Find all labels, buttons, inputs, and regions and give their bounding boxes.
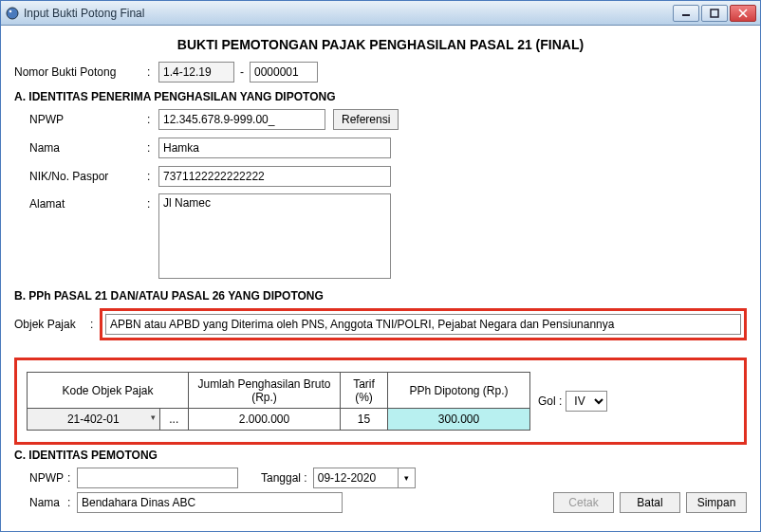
svg-rect-3 xyxy=(711,9,718,17)
col-bruto: Jumlah Penghasilan Bruto (Rp.) xyxy=(189,373,341,409)
pemotong-npwp-label: NPWP xyxy=(14,471,67,485)
pemotong-nama-label: Nama xyxy=(14,496,67,509)
alamat-label: Alamat xyxy=(14,193,147,211)
table-header-row: Kode Objek Pajak Jumlah Penghasilan Brut… xyxy=(28,373,530,409)
npwp-row: NPWP : Referensi xyxy=(14,108,747,131)
lookup-button[interactable]: ... xyxy=(159,409,188,431)
objek-input[interactable] xyxy=(105,314,741,335)
chevron-down-icon[interactable]: ▾ xyxy=(399,468,416,488)
objek-row: Objek Pajak : xyxy=(14,308,747,340)
colon: : xyxy=(147,65,158,79)
table-row: 21-402-01 ▾ ... 2.000.000 15 300.000 xyxy=(28,409,530,431)
nik-input[interactable] xyxy=(158,166,391,187)
alamat-row: Alamat : xyxy=(14,193,747,279)
gol-wrap: Gol : IV xyxy=(538,391,607,412)
chevron-down-icon: ▾ xyxy=(151,413,156,422)
pemotong-nama-row: Nama : Cetak Batal Simpan xyxy=(14,492,747,513)
tanggal-input[interactable] xyxy=(313,468,399,488)
nomor-label: Nomor Bukti Potong xyxy=(14,65,147,79)
objek-label: Objek Pajak xyxy=(14,318,90,331)
gol-select[interactable]: IV xyxy=(566,391,607,412)
svg-point-1 xyxy=(9,9,12,12)
section-a-header: A. IDENTITAS PENERIMA PENGHASILAN YANG D… xyxy=(14,90,747,103)
page-title: BUKTI PEMOTONGAN PAJAK PENGHASILAN PASAL… xyxy=(14,37,747,52)
col-tarif: Tarif (%) xyxy=(341,373,388,409)
nik-label: NIK/No. Paspor xyxy=(14,170,147,183)
cetak-button: Cetak xyxy=(553,492,614,513)
nomor-sep: - xyxy=(240,65,244,79)
section-c-header: C. IDENTITAS PEMOTONG xyxy=(14,449,747,462)
alamat-textarea[interactable] xyxy=(158,193,391,279)
simpan-button[interactable]: Simpan xyxy=(686,492,747,513)
dipotong-cell[interactable]: 300.000 xyxy=(388,409,530,431)
action-buttons: Cetak Batal Simpan xyxy=(553,492,747,513)
col-kode: Kode Objek Pajak xyxy=(28,373,189,409)
section-b-header: B. PPh PASAL 21 DAN/ATAU PASAL 26 YANG D… xyxy=(14,289,747,303)
nik-row: NIK/No. Paspor : xyxy=(14,165,747,188)
nama-label: Nama xyxy=(14,141,147,155)
bruto-cell[interactable]: 2.000.000 xyxy=(189,409,341,431)
app-window: Input Bukti Potong Final BUKTI PEMOTONGA… xyxy=(0,0,761,532)
col-dipotong: PPh Dipotong (Rp.) xyxy=(388,373,530,409)
minimize-button[interactable] xyxy=(673,5,699,22)
tarif-cell[interactable]: 15 xyxy=(341,409,388,431)
app-icon xyxy=(5,6,20,21)
tax-grid: Kode Objek Pajak Jumlah Penghasilan Brut… xyxy=(27,372,530,431)
npwp-label: NPWP xyxy=(14,113,147,126)
svg-point-0 xyxy=(7,8,18,19)
kode-cell[interactable]: 21-402-01 ▾ xyxy=(28,409,160,431)
grid-frame: Kode Objek Pajak Jumlah Penghasilan Brut… xyxy=(14,358,747,445)
titlebar[interactable]: Input Bukti Potong Final xyxy=(1,1,760,26)
window-title: Input Bukti Potong Final xyxy=(24,7,673,20)
batal-button[interactable]: Batal xyxy=(620,492,680,513)
referensi-button[interactable]: Referensi xyxy=(333,109,399,130)
nama-row: Nama : xyxy=(14,137,747,159)
content-area: BUKTI PEMOTONGAN PAJAK PENGHASILAN PASAL… xyxy=(1,26,760,531)
close-button[interactable] xyxy=(730,5,756,22)
tanggal-label: Tanggal : xyxy=(261,471,307,485)
nomor-row: Nomor Bukti Potong : - xyxy=(14,61,747,83)
maximize-button[interactable] xyxy=(701,5,728,22)
nomor-part1 xyxy=(158,62,234,83)
npwp-input[interactable] xyxy=(158,109,325,130)
pemotong-nama-input[interactable] xyxy=(77,492,343,513)
nama-input[interactable] xyxy=(158,138,391,158)
nomor-part2[interactable] xyxy=(250,62,318,83)
pemotong-npwp-row: NPWP : Tanggal : ▾ xyxy=(14,468,747,488)
pemotong-npwp-input[interactable] xyxy=(77,468,238,488)
gol-label: Gol : xyxy=(538,394,562,408)
objek-frame xyxy=(100,308,747,340)
